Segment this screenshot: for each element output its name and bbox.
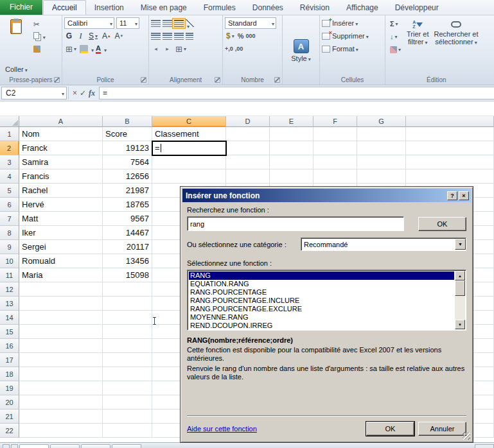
insert-cells-button[interactable]: + Insérer — [321, 17, 384, 30]
ribbon-tab-formules[interactable]: Formules — [195, 1, 244, 15]
dialog-close-button[interactable]: × — [459, 191, 469, 200]
cell-f1[interactable] — [313, 127, 357, 141]
cell-b11[interactable]: 15098 — [103, 268, 152, 282]
number-dialog-launcher-icon[interactable] — [274, 77, 280, 83]
cell-a22[interactable] — [19, 424, 103, 438]
row-header-4[interactable]: 4 — [0, 169, 19, 184]
search-go-button[interactable]: OK — [418, 217, 466, 231]
name-box[interactable]: C2 — [1, 87, 67, 99]
column-header-b[interactable]: B — [103, 116, 152, 127]
font-name-combo[interactable]: Calibri — [64, 17, 114, 29]
row-header-10[interactable]: 10 — [0, 254, 19, 268]
cell-b18[interactable] — [103, 367, 152, 381]
grow-font-button[interactable]: A — [101, 31, 112, 41]
cell-b20[interactable] — [103, 395, 152, 409]
column-header-g[interactable]: G — [357, 116, 406, 127]
chevron-down-icon[interactable] — [134, 19, 137, 27]
align-right-icon[interactable] — [174, 33, 184, 40]
cell-b14[interactable] — [103, 311, 152, 325]
ribbon-tab-affichage[interactable]: Affichage — [338, 1, 387, 15]
select-all-corner[interactable] — [0, 116, 19, 127]
cell-d1[interactable] — [226, 127, 270, 141]
name-box-dropdown-icon[interactable] — [62, 89, 66, 98]
cancel-entry-button[interactable]: × — [73, 89, 77, 98]
insert-function-button[interactable]: fx — [89, 89, 95, 98]
bold-button[interactable]: G — [64, 31, 74, 41]
dialog-titlebar[interactable]: Insérer une fonction ? × — [182, 189, 471, 202]
row-header-5[interactable]: 5 — [0, 184, 19, 198]
sheet-nav-left-button[interactable] — [3, 444, 10, 448]
row-header-13[interactable]: 13 — [0, 297, 19, 311]
cell-a6[interactable]: Hervé — [19, 198, 103, 212]
cell-a17[interactable] — [19, 353, 103, 367]
merge-center-button[interactable] — [174, 44, 188, 54]
cell-b12[interactable] — [103, 282, 152, 297]
scroll-up-icon[interactable] — [455, 271, 465, 280]
cell-g2[interactable] — [357, 141, 406, 155]
row-header-9[interactable]: 9 — [0, 240, 19, 254]
row-header-6[interactable]: 6 — [0, 198, 19, 212]
cell-c2[interactable]: = — [152, 141, 226, 155]
fill-button[interactable]: ↓ — [388, 31, 403, 42]
cell-d2[interactable] — [226, 141, 270, 155]
ok-button[interactable]: OK — [366, 422, 414, 436]
find-select-button[interactable]: Rechercher et sélectionner — [431, 17, 481, 74]
cell-d3[interactable] — [226, 155, 270, 169]
column-header-f[interactable]: F — [313, 116, 357, 127]
cell-b5[interactable]: 21987 — [103, 184, 152, 198]
accounting-format-button[interactable] — [225, 31, 236, 41]
cell-b2[interactable]: 19123 — [103, 141, 152, 155]
cell-a15[interactable] — [19, 325, 103, 339]
alignment-dialog-launcher-icon[interactable] — [215, 77, 220, 83]
ribbon-tab-données[interactable]: Données — [244, 1, 292, 15]
function-list-item[interactable]: REND.DCOUPON.IRREG — [189, 322, 454, 329]
align-center-icon[interactable] — [163, 33, 172, 40]
cell-b19[interactable] — [103, 381, 152, 395]
function-list-item[interactable]: RANG — [189, 271, 454, 280]
cancel-button[interactable]: Annuler — [418, 422, 466, 436]
cell-b1[interactable]: Score — [103, 127, 152, 141]
fill-color-dropdown[interactable] — [90, 43, 94, 55]
row-header-14[interactable]: 14 — [0, 311, 19, 325]
function-list-item[interactable]: RANG.POURCENTAGE — [189, 288, 454, 297]
column-header-c[interactable]: C — [152, 116, 226, 127]
cell-f4[interactable] — [313, 169, 357, 184]
font-color-button[interactable]: A — [96, 44, 101, 54]
paste-button[interactable]: Coller — [1, 17, 31, 74]
ribbon-tab-mise-en-page[interactable]: Mise en page — [132, 1, 195, 15]
function-list-scrollbar[interactable] — [455, 271, 465, 329]
row-header-11[interactable]: 11 — [0, 268, 19, 282]
thousands-separator-button[interactable]: 000 — [245, 33, 255, 39]
function-list-item[interactable]: RANG.POURCENTAGE.EXCLURE — [189, 305, 454, 313]
align-left-icon[interactable] — [151, 33, 161, 40]
cell-a13[interactable] — [19, 297, 103, 311]
cell-e1[interactable] — [270, 127, 313, 141]
sheet-nav-right-button[interactable] — [11, 444, 18, 448]
row-header-12[interactable]: 12 — [0, 282, 19, 297]
dialog-help-button[interactable]: ? — [447, 191, 457, 200]
shrink-font-button[interactable]: A — [114, 31, 125, 41]
sheet-tab[interactable] — [81, 444, 110, 448]
row-header-1[interactable]: 1 — [0, 127, 19, 141]
row-header-22[interactable]: 22 — [0, 424, 19, 438]
cell-b13[interactable] — [103, 297, 152, 311]
cell-e2[interactable] — [270, 141, 313, 155]
cell-a16[interactable] — [19, 339, 103, 353]
row-header-19[interactable]: 19 — [0, 381, 19, 395]
row-header-8[interactable]: 8 — [0, 226, 19, 240]
italic-button[interactable]: I — [76, 31, 85, 41]
sheet-tab[interactable] — [19, 444, 49, 448]
help-link[interactable]: Aide sur cette fonction — [187, 425, 257, 433]
cell-a7[interactable]: Matt — [19, 212, 103, 226]
column-header-a[interactable]: A — [19, 116, 103, 127]
cell-b10[interactable]: 13456 — [103, 254, 152, 268]
cell-b16[interactable] — [103, 339, 152, 353]
cell-b22[interactable] — [103, 424, 152, 438]
cell-a1[interactable]: Nom — [19, 127, 103, 141]
borders-button[interactable] — [64, 44, 78, 54]
font-dialog-launcher-icon[interactable] — [141, 77, 146, 83]
decrease-decimal-button[interactable]: ,00 — [235, 46, 243, 52]
column-header-e[interactable]: E — [270, 116, 313, 127]
cell-a18[interactable] — [19, 367, 103, 381]
cell-c1[interactable]: Classement — [152, 127, 226, 141]
